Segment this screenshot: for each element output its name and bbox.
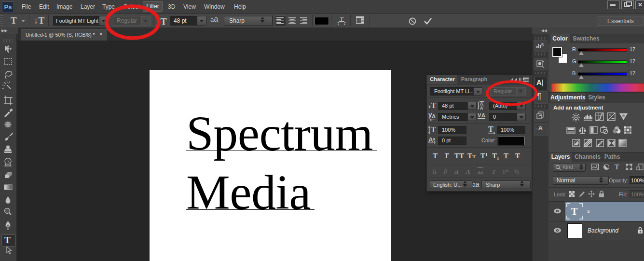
- svg-text:T: T: [615, 164, 619, 171]
- svg-text:A: A: [480, 106, 483, 110]
- svg-text:T: T: [571, 206, 578, 217]
- svg-text:T: T: [340, 16, 344, 23]
- svg-text:5: 5: [541, 42, 544, 47]
- svg-text:A: A: [432, 113, 436, 119]
- svg-text:T: T: [488, 125, 493, 133]
- svg-text:T: T: [431, 125, 436, 134]
- svg-text:A: A: [481, 112, 485, 118]
- svg-text:a: a: [433, 137, 436, 141]
- svg-text:V: V: [478, 112, 481, 118]
